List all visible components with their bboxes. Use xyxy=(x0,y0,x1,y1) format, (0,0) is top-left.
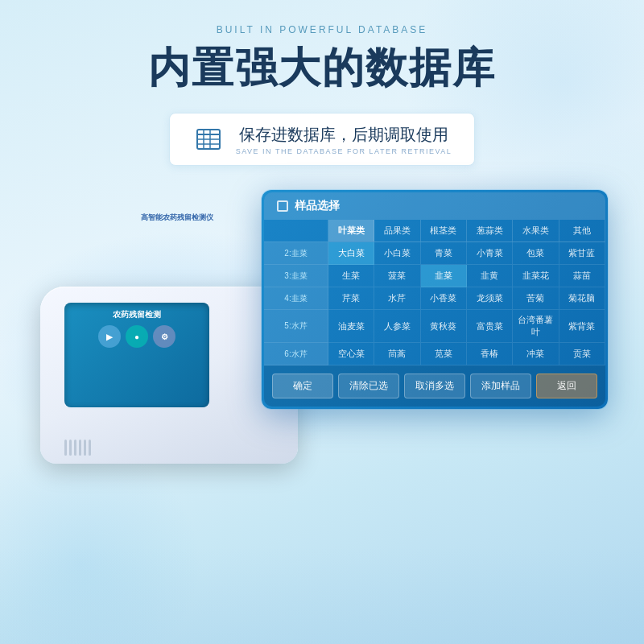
popup-inner: 样品选择 叶菜类 品果类 根茎类 葱蒜类 水果类 xyxy=(264,192,605,407)
cell-0-1[interactable]: 小白菜 xyxy=(374,242,420,265)
btn-deselect[interactable]: 取消多选 xyxy=(404,374,465,398)
cell-4-3[interactable]: 香椿 xyxy=(467,343,513,365)
btn-add-sample[interactable]: 添加样品 xyxy=(470,374,531,398)
cell-4-2[interactable]: 苋菜 xyxy=(421,343,467,365)
popup-header-icon xyxy=(277,200,288,212)
cell-4-5[interactable]: 贡菜 xyxy=(559,343,605,365)
subtitle-en: BUILT IN POWERFUL DATABASE xyxy=(0,24,644,35)
row-label-4: 6:水芹 xyxy=(264,343,328,365)
cell-0-0[interactable]: 大白菜 xyxy=(328,242,374,265)
cell-0-2[interactable]: 青菜 xyxy=(421,242,467,265)
cell-2-4[interactable]: 苦菊 xyxy=(513,287,559,310)
row-label-2: 4:韭菜 xyxy=(264,287,328,310)
cell-1-4[interactable]: 韭菜花 xyxy=(513,265,559,287)
cat-tab-3[interactable]: 葱蒜类 xyxy=(467,220,513,242)
feature-box: 保存进数据库，后期调取使用 SAVE IN THE DATABASE FOR L… xyxy=(169,113,476,166)
screen-content: 农药残留检测 ▶ ● ⚙ xyxy=(64,303,209,354)
category-tabs: 叶菜类 品果类 根茎类 葱蒜类 水果类 其他 xyxy=(264,220,605,242)
device-btn-play[interactable]: ▶ xyxy=(98,325,121,348)
cell-2-1[interactable]: 水芹 xyxy=(374,287,420,310)
row-label-3: 5:水芹 xyxy=(264,310,328,343)
cell-0-5[interactable]: 紫甘蓝 xyxy=(559,242,605,265)
main-content: 高智能农药残留检测仪 农药残留检测 ▶ ● ⚙ xyxy=(0,190,644,536)
cat-tab-2[interactable]: 根茎类 xyxy=(421,220,467,242)
device-btn-gear[interactable]: ⚙ xyxy=(153,325,175,348)
cell-1-2[interactable]: 韭菜 xyxy=(421,265,467,287)
popup-title: 样品选择 xyxy=(295,199,340,213)
cell-3-2[interactable]: 黄秋葵 xyxy=(421,310,467,343)
device-btn-rec[interactable]: ● xyxy=(126,325,148,348)
cell-3-4[interactable]: 台湾番薯叶 xyxy=(513,310,559,343)
cell-2-3[interactable]: 龙须菜 xyxy=(467,287,513,310)
cell-1-3[interactable]: 韭黄 xyxy=(467,265,513,287)
cell-3-1[interactable]: 人参菜 xyxy=(374,310,420,343)
feature-main-text: 保存进数据库，后期调取使用 xyxy=(236,124,452,146)
cell-1-1[interactable]: 菠菜 xyxy=(374,265,420,287)
cell-1-5[interactable]: 蒜苗 xyxy=(559,265,605,287)
cell-1-0[interactable]: 生菜 xyxy=(328,265,374,287)
row-label-1: 3:韭菜 xyxy=(264,265,328,287)
popup-dialog: 样品选择 叶菜类 品果类 根茎类 葱蒜类 水果类 xyxy=(262,190,608,409)
device-vents xyxy=(64,440,91,456)
database-icon xyxy=(192,123,225,155)
btn-clear[interactable]: 清除已选 xyxy=(338,374,399,398)
device-screen: 农药残留检测 ▶ ● ⚙ xyxy=(64,303,209,407)
cat-tab-0[interactable]: 叶菜类 xyxy=(328,220,374,242)
cell-3-3[interactable]: 富贵菜 xyxy=(467,310,513,343)
top-section: BUILT IN POWERFUL DATABASE 内置强大的数据库 保存进数… xyxy=(0,0,644,182)
cell-4-0[interactable]: 空心菜 xyxy=(328,343,374,365)
cat-tab-5[interactable]: 其他 xyxy=(559,220,605,242)
btn-return[interactable]: 返回 xyxy=(536,374,597,398)
cell-0-3[interactable]: 小青菜 xyxy=(467,242,513,265)
cell-3-0[interactable]: 油麦菜 xyxy=(328,310,374,343)
cell-2-2[interactable]: 小香菜 xyxy=(421,287,467,310)
row-label-0: 2:韭菜 xyxy=(264,242,328,265)
btn-confirm[interactable]: 确定 xyxy=(272,374,333,398)
cell-0-4[interactable]: 包菜 xyxy=(513,242,559,265)
cat-tab-4[interactable]: 水果类 xyxy=(513,220,559,242)
cell-2-5[interactable]: 菊花脑 xyxy=(559,287,605,310)
feature-text: 保存进数据库，后期调取使用 SAVE IN THE DATABASE FOR L… xyxy=(236,124,452,155)
screen-title: 农药残留检测 xyxy=(71,309,203,320)
item-grid: 2:韭菜 大白菜 小白菜 青菜 小青菜 包菜 紫甘蓝 3:韭菜 生菜 菠菜 韭菜… xyxy=(264,242,605,365)
device-body: 农药残留检测 ▶ ● ⚙ xyxy=(40,287,298,464)
feature-sub-text: SAVE IN THE DATABASE FOR LATER RETRIEVAL xyxy=(236,147,452,155)
cat-tab-empty xyxy=(264,220,328,242)
cell-3-5[interactable]: 紫背菜 xyxy=(559,310,605,343)
action-buttons: 确定 清除已选 取消多选 添加样品 返回 xyxy=(264,365,605,407)
cell-4-4[interactable]: 冲菜 xyxy=(513,343,559,365)
bottom-reflection xyxy=(0,547,644,644)
main-title: 内置强大的数据库 xyxy=(0,40,644,97)
popup-header: 样品选择 xyxy=(264,192,605,220)
device-buttons: ▶ ● ⚙ xyxy=(71,325,203,348)
cell-4-1[interactable]: 茼蒿 xyxy=(374,343,420,365)
cat-tab-1[interactable]: 品果类 xyxy=(374,220,420,242)
cell-2-0[interactable]: 芹菜 xyxy=(328,287,374,310)
